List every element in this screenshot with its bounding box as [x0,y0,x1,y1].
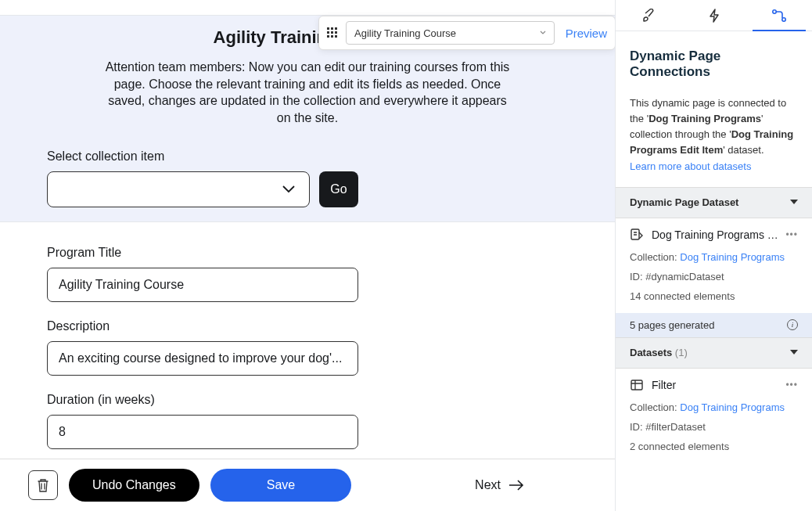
dataset-name-row: Dog Training Programs Ed... ••• [630,228,798,242]
filter-dataset-icon [630,378,644,392]
next-button-label: Next [475,478,501,492]
dataset-connected-line: 2 connected elements [630,441,798,452]
floating-toolbar: Agility Training Course Preview [318,16,616,50]
collection-link[interactable]: Dog Training Programs [680,251,785,263]
trash-icon [37,478,49,492]
duration-label: Duration (in weeks) [47,393,568,407]
main-content: Agility Training Course Attention team m… [0,0,615,459]
program-title-label: Program Title [47,246,568,260]
description-input[interactable]: An exciting course designed to improve y… [47,341,358,376]
toolbar-page-dropdown[interactable]: Agility Training Course [346,21,555,45]
panel-description: This dynamic page is connected to the 'D… [630,95,798,159]
collection-selector-label: Select collection item [47,149,568,164]
form-section: Program Title Agility Training Course De… [0,222,615,482]
collection-selector: Select collection item Go [0,149,615,207]
chevron-down-icon [540,31,546,35]
section-title: Dynamic Page Dataset [630,196,738,208]
tab-interactions[interactable] [681,0,747,31]
next-button[interactable]: Next [475,478,524,492]
svg-point-0 [773,9,776,13]
datasets-section-header[interactable]: Datasets (1) [616,337,812,369]
dataset-collection-line: Collection: Dog Training Programs [630,401,798,413]
top-spacer [0,0,615,16]
panel-tabs [616,0,812,31]
drag-grid-icon[interactable] [327,27,338,38]
program-title-input[interactable]: Agility Training Course [47,268,358,302]
dataset-collection-line: Collection: Dog Training Programs [630,251,798,263]
collection-dropdown[interactable] [47,171,310,207]
right-panel: Dynamic Page Connections This dynamic pa… [615,0,812,511]
dataset-name-row: Filter ••• [630,378,798,392]
dataset-page-icon [630,228,644,242]
dataset-more-button[interactable]: ••• [785,229,798,240]
dynamic-dataset-body: Dog Training Programs Ed... ••• Collecti… [616,218,812,313]
connections-icon [772,9,786,22]
save-button[interactable]: Save [210,469,351,502]
tab-connections[interactable] [746,0,812,31]
svg-rect-3 [631,380,642,390]
svg-point-1 [782,17,785,20]
undo-button[interactable]: Undo Changes [69,469,199,502]
dataset-id-line: ID: #dynamicDataset [630,271,798,282]
preview-button[interactable]: Preview [566,27,607,40]
info-icon[interactable]: i [787,319,798,330]
panel-title: Dynamic Page Connections [630,49,798,80]
dataset-connected-line: 14 connected elements [630,290,798,302]
learn-more-link[interactable]: Learn more about datasets [630,160,751,172]
description-group: Description An exciting course designed … [47,319,568,376]
toolbar-dropdown-value: Agility Training Course [354,27,456,39]
bottom-action-bar: Undo Changes Save Next [0,459,615,511]
tab-design[interactable] [616,0,681,31]
panel-body: Dynamic Page Connections This dynamic pa… [616,31,812,187]
collection-link[interactable]: Dog Training Programs [680,401,785,413]
dataset-id-line: ID: #filterDataset [630,421,798,433]
lightning-icon [709,9,720,23]
delete-button[interactable] [28,470,58,500]
chevron-down-icon [282,185,295,193]
duration-group: Duration (in weeks) 8 [47,393,568,449]
filter-dataset-body: Filter ••• Collection: Dog Training Prog… [616,369,812,463]
description-label: Description [47,319,568,333]
chevron-down-icon [790,350,798,355]
program-title-group: Program Title Agility Training Course [47,246,568,302]
arrow-right-icon [508,480,524,491]
dataset-name: Filter [652,379,781,391]
collection-selector-row: Go [47,171,568,207]
pages-generated-row[interactable]: 5 pages generated i [616,313,812,337]
pages-generated-label: 5 pages generated [630,319,714,331]
brush-icon [641,9,655,22]
dynamic-dataset-section-header[interactable]: Dynamic Page Dataset [616,187,812,218]
dataset-name: Dog Training Programs Ed... [652,229,781,241]
go-button[interactable]: Go [319,171,358,207]
chevron-down-icon [790,200,798,205]
duration-input[interactable]: 8 [47,415,358,449]
dataset-more-button[interactable]: ••• [785,380,798,390]
section-title: Datasets (1) [630,347,688,358]
page-subtitle: Attention team members: Now you can edit… [100,59,515,126]
